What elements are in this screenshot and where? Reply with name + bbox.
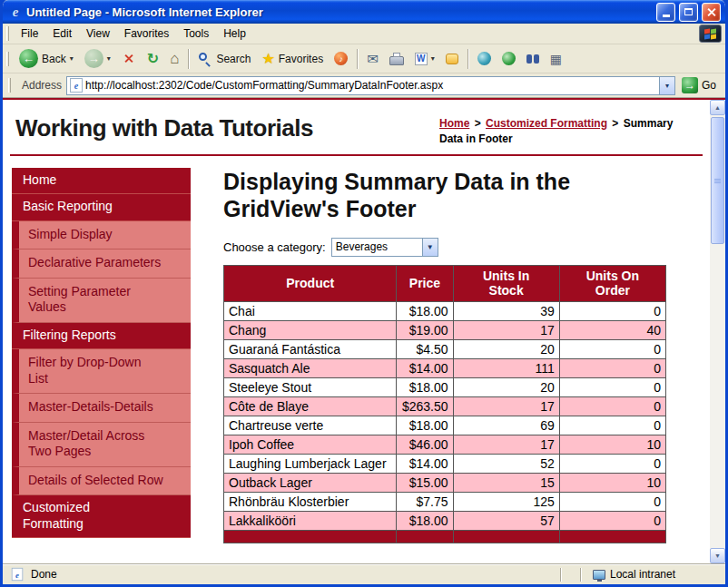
menu-item[interactable]: Help [216, 24, 253, 43]
address-label: Address [20, 79, 62, 92]
security-zone-indicator: Local intranet [593, 568, 720, 581]
menu-item[interactable]: File [14, 24, 45, 43]
price-cell: $18.00 [397, 512, 453, 531]
sidebar-item[interactable]: Setting Parameter Values [12, 279, 191, 323]
toolbar-grip[interactable] [6, 26, 9, 41]
research-icon [526, 54, 532, 64]
sidebar-item[interactable]: Details of Selected Row [12, 467, 191, 496]
print-button[interactable] [384, 50, 409, 68]
menu-item[interactable]: Favorites [117, 24, 176, 43]
toolbar-grip[interactable] [6, 52, 9, 66]
page-heading: Displaying Summary Data in the GridView'… [223, 168, 650, 223]
address-input[interactable] [85, 79, 659, 92]
grid-icon [550, 52, 562, 66]
products-table: Product Price Units In Stock Units On Or… [223, 265, 666, 544]
close-button[interactable] [702, 3, 721, 22]
scrollbar-thumb[interactable] [711, 117, 724, 244]
breadcrumb-section-link[interactable]: Customized Formatting [486, 117, 607, 130]
col-price: Price [397, 265, 453, 302]
dots-grid-button[interactable] [545, 49, 567, 69]
sidebar-item[interactable]: Basic Reporting [12, 194, 191, 221]
breadcrumb-home-link[interactable]: Home [439, 117, 469, 130]
edit-button[interactable] [409, 50, 440, 68]
favorites-button[interactable]: Favorites [256, 47, 329, 70]
discuss-button[interactable] [440, 51, 464, 67]
research-button[interactable] [521, 52, 545, 66]
media-button[interactable] [329, 49, 353, 68]
mail-button[interactable] [361, 48, 384, 70]
vertical-scrollbar[interactable] [710, 100, 725, 563]
product-cell: Rhönbräu Klosterbier [224, 493, 397, 512]
sidebar-item[interactable]: Simple Display [12, 221, 191, 250]
table-footer-row [224, 531, 666, 543]
forward-button[interactable] [79, 46, 116, 71]
price-cell: $4.50 [397, 340, 453, 359]
units-on-order-cell: 0 [559, 340, 665, 359]
units-on-order-cell: 10 [559, 435, 665, 455]
globe-icon [477, 52, 491, 65]
site-title: Working with Data Tutorials [15, 111, 313, 147]
web-button[interactable] [472, 49, 497, 68]
category-selected-value: Beverages [332, 240, 422, 253]
address-bar: Address Go [3, 73, 725, 98]
maximize-button[interactable] [679, 3, 698, 22]
address-dropdown-button[interactable] [659, 77, 674, 94]
minimize-button[interactable] [656, 3, 675, 22]
page-header: Working with Data Tutorials Home > Custo… [3, 100, 710, 154]
sidebar-item[interactable]: Master-Details-Details [12, 394, 191, 423]
category-dropdown[interactable]: Beverages [331, 238, 438, 257]
breadcrumb: Home > Customized Formatting > Summary D… [439, 111, 699, 147]
units-in-stock-cell: 17 [453, 435, 559, 455]
toolbar-separator [357, 49, 358, 69]
discuss-icon [446, 54, 458, 64]
back-button[interactable]: Back [14, 46, 79, 71]
units-on-order-cell: 0 [559, 397, 665, 416]
search-button[interactable]: Search [192, 49, 256, 69]
product-cell: Outback Lager [224, 474, 397, 493]
table-row: Lakkalikööri $18.00 57 0 [224, 512, 666, 531]
units-in-stock-cell: 20 [453, 340, 559, 359]
units-in-stock-cell: 125 [453, 493, 559, 512]
sidebar-item[interactable]: Declarative Parameters [12, 249, 191, 279]
toolbar-grip[interactable] [8, 78, 11, 93]
home-button[interactable] [164, 47, 184, 71]
messenger-button[interactable] [497, 49, 521, 68]
sidebar-item[interactable]: Filtering Reports [12, 323, 191, 350]
table-row: Rhönbräu Klosterbier $7.75 125 0 [224, 493, 666, 512]
page-icon [70, 78, 83, 93]
product-cell: Lakkalikööri [224, 512, 397, 531]
scroll-up-button[interactable] [710, 100, 725, 115]
units-on-order-cell: 40 [559, 321, 665, 340]
sidebar-item[interactable]: Home [12, 168, 191, 195]
refresh-icon [147, 50, 159, 67]
dropdown-arrow-icon [422, 239, 438, 256]
refresh-button[interactable] [142, 47, 164, 70]
sidebar-item[interactable]: Master/Detail Across Two Pages [12, 423, 191, 467]
forward-dropdown-icon[interactable] [107, 54, 111, 63]
product-cell: Laughing Lumberjack Lager [224, 455, 397, 474]
back-dropdown-icon[interactable] [70, 54, 74, 63]
price-cell: $18.00 [397, 302, 453, 321]
breadcrumb-separator: > [471, 117, 484, 130]
stop-button[interactable] [116, 49, 142, 69]
units-in-stock-cell: 39 [453, 302, 559, 321]
edit-dropdown-icon[interactable] [431, 54, 435, 63]
titlebar[interactable]: Untitled Page - Microsoft Internet Explo… [3, 0, 725, 24]
toolbar-separator [188, 49, 189, 69]
units-on-order-cell: 0 [559, 512, 665, 531]
edit-word-icon [415, 53, 428, 65]
browser-window: Untitled Page - Microsoft Internet Explo… [0, 0, 728, 587]
menu-item[interactable]: Edit [45, 24, 79, 43]
sidebar-item[interactable]: Customized Formatting [12, 495, 191, 538]
table-row: Chai $18.00 39 0 [224, 302, 666, 321]
units-in-stock-cell: 69 [453, 416, 559, 435]
go-button[interactable]: Go [680, 77, 722, 93]
product-cell: Côte de Blaye [224, 397, 397, 416]
toolbar: Back Search Favorites [3, 44, 725, 73]
sidebar-item[interactable]: Filter by Drop-Down List [12, 349, 191, 394]
menu-item[interactable]: View [79, 24, 117, 43]
menu-item[interactable]: Tools [176, 24, 216, 43]
address-input-container [66, 76, 675, 95]
price-cell: $14.00 [397, 359, 453, 378]
scroll-down-button[interactable] [710, 548, 725, 563]
